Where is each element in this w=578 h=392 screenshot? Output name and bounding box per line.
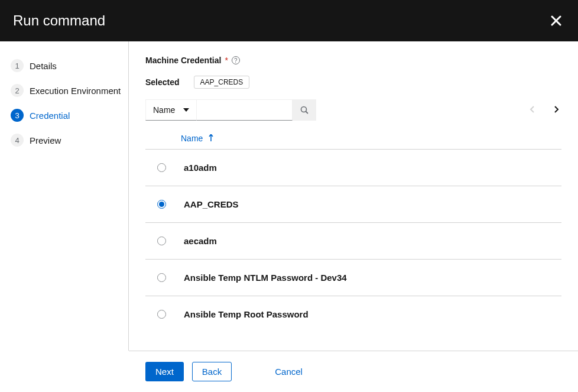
help-icon[interactable]: ?	[232, 56, 240, 64]
wizard-sidebar: 1 Details 2 Execution Environment 3 Cred…	[0, 41, 129, 351]
cancel-button[interactable]: Cancel	[265, 362, 313, 381]
modal-title: Run command	[13, 12, 105, 29]
modal-header: Run command	[0, 0, 578, 41]
toolbar: Name	[145, 99, 561, 121]
column-header-name[interactable]: Name	[181, 134, 203, 143]
step-number: 2	[11, 84, 24, 97]
pagination	[527, 103, 561, 117]
next-button[interactable]: Next	[145, 362, 184, 381]
credential-name: Ansible Temp Root Password	[184, 309, 309, 319]
modal-body: 1 Details 2 Execution Environment 3 Cred…	[0, 41, 578, 351]
search-group: Name	[145, 99, 316, 121]
credential-radio[interactable]	[157, 273, 166, 282]
search-button[interactable]	[293, 99, 316, 121]
field-label: Machine Credential	[145, 56, 221, 65]
wizard-step-credential[interactable]: 3 Credential	[11, 105, 128, 125]
next-page-button[interactable]	[552, 103, 561, 117]
step-number: 1	[11, 59, 24, 72]
credential-name: aecadm	[184, 236, 217, 246]
search-input[interactable]	[197, 99, 293, 121]
table-row[interactable]: a10adm	[145, 149, 561, 186]
filter-dropdown-label: Name	[153, 105, 175, 115]
chevron-right-icon	[554, 106, 559, 113]
wizard-step-execution-environment[interactable]: 2 Execution Environment	[11, 80, 128, 101]
step-label: Execution Environment	[30, 86, 121, 96]
field-header: Machine Credential * ?	[145, 56, 561, 65]
caret-down-icon	[183, 108, 189, 112]
svg-point-0	[301, 107, 307, 112]
close-icon	[551, 15, 561, 26]
credential-name: AAP_CREDS	[184, 199, 239, 209]
table-row[interactable]: Ansible Temp NTLM Password - Dev34	[145, 259, 561, 296]
sort-asc-icon[interactable]	[209, 134, 213, 143]
credential-radio[interactable]	[157, 310, 166, 319]
selected-chip: AAP_CREDS	[194, 76, 250, 89]
close-button[interactable]	[551, 12, 561, 30]
required-indicator: *	[225, 56, 228, 65]
modal-footer: Next Back Cancel	[129, 351, 578, 392]
svg-line-1	[306, 112, 309, 114]
step-label: Details	[30, 61, 57, 71]
filter-dropdown[interactable]: Name	[145, 99, 197, 121]
credential-name: a10adm	[184, 163, 217, 173]
chevron-left-icon	[530, 106, 534, 113]
credential-radio[interactable]	[157, 163, 166, 172]
selected-label: Selected	[145, 77, 180, 87]
selected-row: Selected AAP_CREDS	[145, 76, 561, 89]
step-label: Credential	[30, 111, 70, 121]
wizard-step-preview[interactable]: 4 Preview	[11, 130, 128, 150]
table-row[interactable]: aecadm	[145, 222, 561, 259]
search-icon	[300, 106, 309, 114]
credential-table: Name a10admAAP_CREDSaecadmAnsible Temp N…	[145, 134, 561, 332]
wizard-content: Machine Credential * ? Selected AAP_CRED…	[129, 41, 578, 351]
table-row[interactable]: Ansible Temp Root Password	[145, 296, 561, 332]
credential-radio[interactable]	[157, 200, 166, 209]
prev-page-button[interactable]	[527, 103, 537, 117]
credential-name: Ansible Temp NTLM Password - Dev34	[184, 273, 347, 283]
credential-radio[interactable]	[157, 237, 166, 245]
step-number: 4	[11, 134, 24, 147]
table-row[interactable]: AAP_CREDS	[145, 186, 561, 222]
table-header: Name	[145, 134, 561, 149]
wizard-step-details[interactable]: 1 Details	[11, 56, 128, 76]
step-label: Preview	[30, 135, 61, 145]
step-number: 3	[11, 109, 24, 122]
back-button[interactable]: Back	[192, 362, 232, 381]
